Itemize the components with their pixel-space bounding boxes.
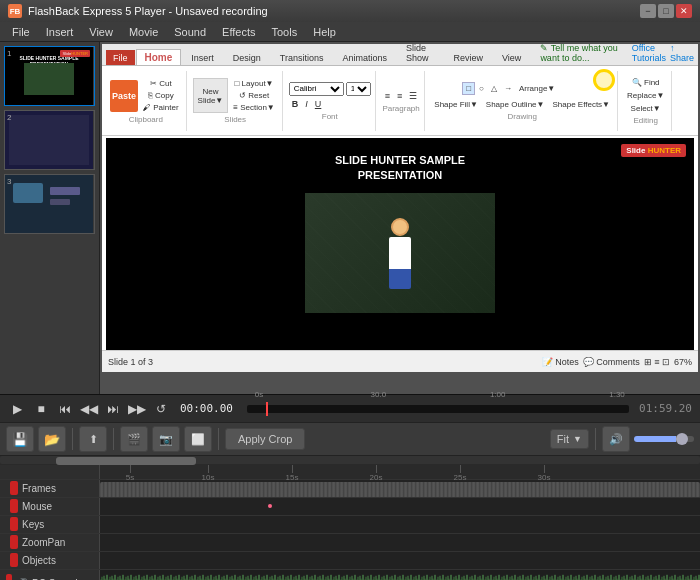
track-content-zoompan[interactable] (100, 534, 700, 551)
pp-tab-tellme[interactable]: ✎ Tell me what you want to do... (531, 44, 630, 65)
stop-button[interactable]: ■ (32, 400, 50, 418)
section-btn[interactable]: ≡ Section▼ (230, 102, 278, 113)
shape-btn-2[interactable]: ○ (476, 82, 487, 95)
save-button[interactable]: 💾 (6, 426, 34, 452)
notes-icon[interactable]: 📝 Notes (542, 357, 579, 367)
reset-btn[interactable]: ↺ Reset (230, 90, 278, 101)
track-content-objects[interactable] (100, 552, 700, 569)
office-tutorials-link[interactable]: Office Tutorials (632, 44, 666, 63)
tracks-scrollbar[interactable] (0, 456, 700, 464)
slide-thumbnails[interactable]: 1 SLIDE HUNTER SAMPLE PRESENTATION Slide… (0, 42, 100, 394)
shape-effects-btn[interactable]: Shape Effects▼ (549, 99, 613, 110)
track-row-mouse: Mouse (0, 498, 700, 516)
pp-tab-animations[interactable]: Animations (334, 50, 397, 65)
align-center-btn[interactable]: ≡ (394, 90, 405, 102)
zoom-level: 67% (674, 357, 692, 367)
prev-button[interactable]: ◀◀ (80, 400, 98, 418)
font-select[interactable]: Calibri (289, 82, 344, 96)
editing-label: Editing (633, 116, 657, 125)
minimize-button[interactable]: − (640, 4, 656, 18)
pp-tab-transitions[interactable]: Transitions (271, 50, 333, 65)
volume-button[interactable]: 🔊 (602, 426, 630, 452)
screenshot-button[interactable]: 📷 (152, 426, 180, 452)
share-button[interactable]: ⬆ (79, 426, 107, 452)
menu-file[interactable]: File (4, 24, 38, 40)
scrollbar-thumb[interactable] (56, 457, 196, 465)
play-button[interactable]: ▶ (8, 400, 26, 418)
pp-tab-review[interactable]: Review (445, 50, 493, 65)
open-button[interactable]: 📂 (38, 426, 66, 452)
next-frame-button[interactable]: ⏭ (104, 400, 122, 418)
find-btn[interactable]: 🔍 Find (624, 77, 667, 88)
comments-icon[interactable]: 💬 Comments (583, 357, 640, 367)
next-button[interactable]: ▶▶ (128, 400, 146, 418)
replay-button[interactable]: ↺ (152, 400, 170, 418)
shape-btn-3[interactable]: △ (488, 82, 500, 95)
align-left-btn[interactable]: ≡ (382, 90, 393, 102)
pp-tab-insert[interactable]: Insert (182, 50, 223, 65)
select-btn[interactable]: Select▼ (624, 103, 667, 114)
arrange-btn[interactable]: Arrange▼ (516, 82, 558, 95)
menu-sound[interactable]: Sound (166, 24, 214, 40)
cut-btn[interactable]: ✂ Cut (140, 78, 182, 89)
slide-counter: Slide 1 of 3 (108, 357, 153, 367)
bold-btn[interactable]: B (289, 98, 302, 110)
thumbnail-2[interactable]: 2 (4, 110, 95, 170)
menu-tools[interactable]: Tools (264, 24, 306, 40)
thumbnail-3[interactable]: 3 (4, 174, 95, 234)
italic-btn[interactable]: I (302, 98, 311, 110)
track-header-ticks: 5s 10s 15s 20s 25s 30s (100, 465, 700, 479)
svg-rect-8 (100, 570, 700, 580)
pp-tab-home[interactable]: Home (136, 49, 182, 65)
pp-tab-file[interactable]: File (106, 50, 135, 65)
shape-btn-4[interactable]: → (501, 82, 515, 95)
new-slide-btn[interactable]: NewSlide▼ (193, 78, 229, 113)
timeline-section[interactable]: 0s 30.0 1:00 1:30 (247, 402, 629, 416)
share-link[interactable]: ↑ Share (670, 44, 694, 63)
zoompan-color (10, 535, 18, 549)
pp-tab-view[interactable]: View (493, 50, 530, 65)
paste-btn[interactable]: Paste (110, 80, 138, 112)
pp-tab-design[interactable]: Design (224, 50, 270, 65)
format-painter-btn[interactable]: 🖌 Painter (140, 102, 182, 113)
apply-crop-button[interactable]: Apply Crop (225, 428, 305, 450)
menu-insert[interactable]: Insert (38, 24, 82, 40)
pp-tab-slideshow[interactable]: Slide Show (397, 44, 443, 65)
pp-ribbon: File Home Insert Design Transitions Anim… (102, 44, 698, 136)
shape-outline-btn[interactable]: Shape Outline▼ (483, 99, 548, 110)
track-content-mouse[interactable] (100, 498, 700, 515)
shape-btn-1[interactable]: □ (462, 82, 475, 95)
timeline-track[interactable] (247, 405, 629, 413)
underline-btn[interactable]: U (312, 98, 325, 110)
replace-btn[interactable]: Replace▼ (624, 90, 667, 101)
track-content-keys[interactable] (100, 516, 700, 533)
track-content-pcsounds[interactable] (100, 570, 700, 580)
app-icon-text: FB (10, 7, 21, 16)
volume-handle[interactable] (676, 433, 688, 445)
layout-btn[interactable]: □ Layout▼ (230, 78, 278, 89)
volume-icon: 🔊 (609, 433, 623, 446)
menu-movie[interactable]: Movie (121, 24, 166, 40)
volume-slider[interactable] (634, 436, 694, 442)
bullet-btn[interactable]: ☰ (406, 90, 420, 102)
font-size-select[interactable]: 18 (346, 82, 371, 96)
edit-video-button[interactable]: 🎬 (120, 426, 148, 452)
fit-dropdown[interactable]: Fit ▼ (550, 429, 589, 449)
menu-help[interactable]: Help (305, 24, 344, 40)
thumb-num-3: 3 (7, 177, 11, 186)
prev-frame-button[interactable]: ⏮ (56, 400, 74, 418)
maximize-button[interactable]: □ (658, 4, 674, 18)
menu-effects[interactable]: Effects (214, 24, 263, 40)
close-button[interactable]: ✕ (676, 4, 692, 18)
track-content-frames[interactable] (100, 480, 700, 497)
shape-fill-btn[interactable]: Shape Fill▼ (431, 99, 481, 110)
thumbnail-1[interactable]: 1 SLIDE HUNTER SAMPLE PRESENTATION Slide… (4, 46, 95, 106)
slides-label: Slides (224, 115, 246, 124)
track-row-keys: Keys (0, 516, 700, 534)
crop-button[interactable]: ⬜ (184, 426, 212, 452)
ribbon-clipboard: Paste ✂ Cut ⎘ Copy 🖌 Painter Clipboard (106, 71, 187, 131)
menu-view[interactable]: View (81, 24, 121, 40)
save-icon: 💾 (12, 432, 28, 447)
view-icons: ⊞ ≡ ⊡ (644, 357, 670, 367)
copy-btn[interactable]: ⎘ Copy (140, 90, 182, 101)
